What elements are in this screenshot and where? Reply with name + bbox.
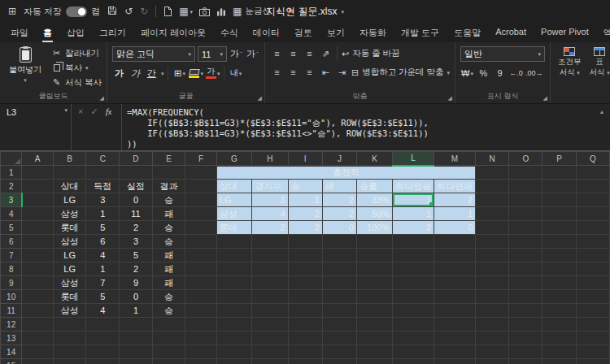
cell-P10[interactable] [542,290,576,304]
cell-E10[interactable]: 승 [152,290,185,304]
cell-N14[interactable] [476,345,509,359]
insert-table-button[interactable]: ▦▾ [179,6,193,16]
cell-K8[interactable] [357,262,393,276]
ribbon-tab-2[interactable]: 삽입 [59,23,92,42]
cell-O3[interactable] [509,193,542,207]
cell-A4[interactable] [22,207,53,221]
cell-P5[interactable] [542,221,576,235]
cell-M11[interactable] [434,304,476,318]
cell-G9[interactable] [216,276,251,290]
row-header-15[interactable]: 15 [1,359,22,364]
increase-decimal-button[interactable]: ←.0 [509,66,523,80]
cell-B14[interactable] [53,345,86,359]
ribbon-tab-13[interactable]: Power Pivot [534,23,596,42]
cell-L8[interactable] [393,262,434,276]
cell-F6[interactable] [185,235,216,249]
cell-J7[interactable] [322,249,356,262]
new-document-button[interactable] [163,6,172,16]
cell-L3[interactable]: 1 [393,193,434,207]
cell-I9[interactable] [288,276,322,290]
cell-J9[interactable] [322,276,356,290]
cell-I5[interactable]: 2 [288,221,322,235]
cell-G2[interactable]: 상대 [216,180,251,193]
cell-G5[interactable]: 롯데 [216,221,251,235]
cell-E5[interactable]: 승 [152,221,185,235]
cell-B7[interactable]: LG [53,249,86,262]
cell-O2[interactable] [509,180,542,193]
cell-B10[interactable]: 롯데 [53,290,86,304]
cell-I15[interactable] [288,359,322,364]
ribbon-tab-11[interactable]: 도움말 [447,23,488,42]
row-header-2[interactable]: 2 [1,180,22,193]
cell-N10[interactable] [476,290,509,304]
cell-F15[interactable] [185,359,216,364]
undo-button[interactable]: ↺ [124,6,133,16]
cell-F3[interactable] [185,193,216,207]
font-size-combo[interactable]: 11▾ [198,46,227,62]
cell-B15[interactable] [53,359,86,364]
cell-M9[interactable] [434,276,476,290]
cell-C2[interactable]: 득점 [86,180,120,193]
cell-F14[interactable] [185,345,216,359]
cell-Q3[interactable] [576,193,609,207]
cell-Q4[interactable] [576,207,609,221]
cell-I3[interactable]: 1 [288,193,322,207]
cell-E7[interactable]: 패 [152,249,185,262]
ribbon-tab-9[interactable]: 자동화 [352,23,394,42]
decrease-indent-button[interactable]: ⇤ [319,65,333,80]
cell-I7[interactable] [288,249,322,262]
cell-J11[interactable] [322,304,356,318]
align-left-button[interactable]: ≡ [270,65,284,80]
column-header-H[interactable]: H [252,152,288,166]
cell-C4[interactable]: 1 [86,207,120,221]
cell-H15[interactable] [252,359,288,364]
cell-F13[interactable] [185,332,216,345]
cell-C15[interactable] [86,359,120,364]
cell-D15[interactable] [120,359,153,364]
cell-O11[interactable] [509,304,542,318]
cell-A1[interactable] [22,166,53,180]
cell-D5[interactable]: 2 [120,221,153,235]
cell-K13[interactable] [357,332,393,345]
cancel-button[interactable]: × [78,106,83,116]
cell-K15[interactable] [357,359,393,364]
sheet-area[interactable]: ABCDEFGHIJKLMNOPQ1총전적2상대득점실점결과상대경기수승패승률최… [0,151,610,364]
cell-L13[interactable] [393,332,434,345]
gridlines-toggle[interactable]: ▦ 눈금선 [233,6,271,17]
cell-Q13[interactable] [576,332,609,345]
italic-button[interactable]: 가 [129,66,142,80]
cell-Q8[interactable] [576,262,609,276]
cell-H5[interactable]: 2 [252,221,288,235]
cell-G6[interactable] [216,235,251,249]
cell-A12[interactable] [22,318,53,332]
cell-G12[interactable] [216,318,251,332]
cell-J3[interactable]: 2 [322,193,356,207]
cell-M7[interactable] [434,249,476,262]
cell-C10[interactable]: 5 [86,290,120,304]
column-header-C[interactable]: C [86,152,120,166]
font-color-button[interactable]: 가 ▾ [206,66,220,80]
cell-F11[interactable] [185,304,216,318]
cell-J8[interactable] [322,262,356,276]
cell-P13[interactable] [542,332,576,345]
name-box[interactable]: L3 ▾ [0,104,72,150]
row-header-12[interactable]: 12 [1,318,22,332]
column-header-N[interactable]: N [476,152,509,166]
borders-button[interactable]: ⊞▾ [172,66,186,80]
phonetic-guide-button[interactable]: 내▾ [229,66,242,80]
cell-E12[interactable] [152,318,185,332]
cell-Q9[interactable] [576,276,609,290]
percent-style-button[interactable]: % [477,66,490,80]
copy-button[interactable]: 복사▾ [51,61,102,75]
dialog-launcher-icon[interactable]: ◢ [448,95,452,101]
cell-N15[interactable] [476,359,509,364]
cell-D12[interactable] [120,318,153,332]
cell-B11[interactable]: 삼성 [53,304,86,318]
cell-A7[interactable] [22,249,53,262]
insert-function-button[interactable]: fx [106,106,112,116]
cell-K6[interactable] [357,235,393,249]
cell-M10[interactable] [434,290,476,304]
cell-P2[interactable] [542,180,576,193]
align-right-button[interactable]: ≡ [303,65,316,80]
row-header-13[interactable]: 13 [1,332,22,345]
